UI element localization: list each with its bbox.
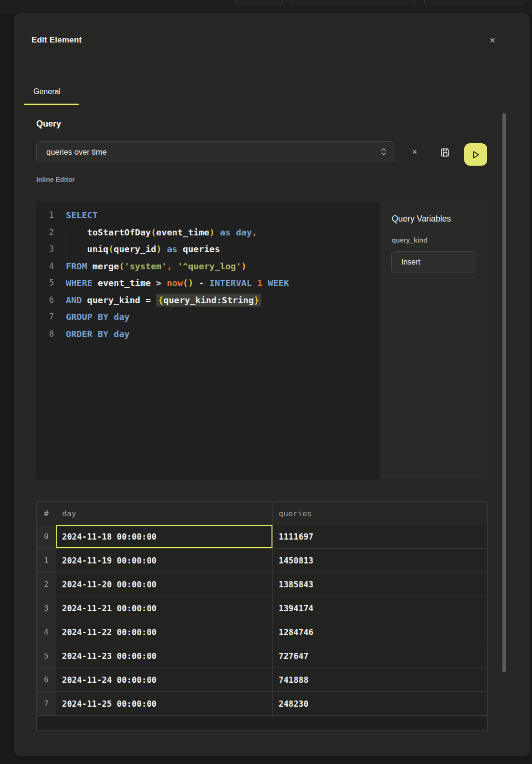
code-line[interactable]: 5WHERE event_time > now() - INTERVAL 1 W… (36, 275, 380, 292)
header-divider (14, 69, 530, 69)
code-line[interactable]: 3 uniq(query_id) as queries (36, 241, 380, 258)
table-row: 52024-11-23 00:00:00727647 (37, 644, 487, 668)
table-row: 32024-11-21 00:00:001394174 (37, 596, 487, 620)
play-icon (469, 149, 482, 161)
row-index-cell[interactable]: 6 (37, 668, 56, 691)
line-number: 8 (36, 326, 54, 343)
code-line[interactable]: 6AND query_kind = {query_kind:String} (36, 292, 380, 309)
results-table-footer (37, 715, 487, 730)
chevron-up-down-icon (380, 147, 387, 157)
column-header-queries[interactable]: queries (273, 502, 487, 525)
day-cell[interactable]: 2024-11-19 00:00:00 (56, 549, 273, 572)
day-cell[interactable]: 2024-11-22 00:00:00 (56, 620, 273, 644)
column-header-day[interactable]: day (56, 502, 273, 525)
row-index-cell[interactable]: 2 (37, 573, 56, 596)
line-number: 7 (36, 308, 54, 326)
row-index-cell[interactable]: 1 (37, 549, 56, 572)
queries-cell[interactable]: 248230 (273, 692, 487, 715)
clear-query-button[interactable]: × (408, 145, 421, 159)
variable-name-label: query_kind (392, 236, 488, 244)
day-cell[interactable]: 2024-11-20 00:00:00 (56, 573, 273, 596)
top-bar (0, 0, 532, 13)
run-query-button[interactable] (464, 143, 487, 166)
code-line[interactable]: 7GROUP BY day (36, 308, 380, 326)
code-lines[interactable]: 1SELECT2 toStartOfDay(event_time) as day… (36, 202, 380, 479)
table-row: 62024-11-24 00:00:00741888 (37, 668, 487, 691)
line-number: 1 (36, 207, 54, 224)
line-number: 2 (36, 224, 54, 241)
line-number: 5 (36, 275, 54, 292)
table-row: 12024-11-19 00:00:001450813 (37, 548, 487, 572)
insert-variable-button[interactable]: Insert (391, 251, 476, 273)
day-cell[interactable]: 2024-11-24 00:00:00 (56, 668, 273, 691)
code-line[interactable]: 4FROM merge('system', '^query_log') (36, 258, 380, 275)
queries-cell[interactable]: 741888 (273, 668, 487, 691)
query-variables-panel: Query Variables query_kind Insert (380, 202, 488, 479)
table-row: 42024-11-22 00:00:001284746 (37, 620, 487, 644)
table-row: 22024-11-20 00:00:001385843 (37, 572, 487, 596)
day-cell[interactable]: 2024-11-21 00:00:00 (56, 596, 273, 620)
day-cell[interactable]: 2024-11-25 00:00:00 (56, 692, 273, 715)
results-table: #dayqueries 02024-11-18 00:00:0011116971… (36, 501, 488, 731)
column-header-index[interactable]: # (37, 502, 56, 525)
row-index-cell[interactable]: 5 (37, 644, 56, 668)
query-select[interactable]: queries over time (36, 141, 394, 162)
sql-editor: 1SELECT2 toStartOfDay(event_time) as day… (36, 202, 488, 479)
queries-cell[interactable]: 1111697 (273, 525, 487, 548)
topbar-button-2[interactable] (291, 0, 416, 5)
save-floppy-icon (440, 147, 450, 158)
queries-cell[interactable]: 1450813 (273, 549, 487, 572)
code-line[interactable]: 8ORDER BY day (36, 326, 380, 343)
modal-title: Edit Element (31, 34, 82, 46)
row-index-cell[interactable]: 3 (37, 596, 56, 620)
active-tab-underline (24, 104, 79, 105)
query-select-value: queries over time (46, 148, 107, 157)
close-icon[interactable]: × (485, 33, 500, 47)
code-line[interactable]: 1SELECT (36, 207, 380, 224)
row-index-cell[interactable]: 7 (37, 692, 56, 715)
results-table-header: #dayqueries (37, 502, 487, 525)
table-row: 72024-11-25 00:00:00248230 (37, 691, 487, 715)
line-number: 6 (36, 292, 54, 309)
topbar-button-1[interactable] (236, 0, 283, 5)
inline-editor-label: Inline Editor (36, 176, 75, 183)
modal-scrollbar[interactable] (502, 113, 506, 672)
day-cell[interactable]: 2024-11-23 00:00:00 (56, 644, 273, 668)
queries-cell[interactable]: 727647 (273, 644, 487, 668)
day-cell[interactable]: 2024-11-18 00:00:00 (56, 525, 273, 548)
code-line[interactable]: 2 toStartOfDay(event_time) as day, (36, 224, 380, 241)
queries-cell[interactable]: 1394174 (273, 596, 487, 620)
line-number: 4 (36, 258, 54, 275)
row-index-cell[interactable]: 4 (37, 620, 56, 644)
query-heading: Query (36, 119, 61, 129)
results-table-body: 02024-11-18 00:00:00111169712024-11-19 0… (37, 525, 487, 715)
queries-cell[interactable]: 1385843 (273, 573, 487, 596)
row-index-cell[interactable]: 0 (37, 525, 56, 548)
table-row: 02024-11-18 00:00:001111697 (37, 525, 487, 548)
queries-cell[interactable]: 1284746 (273, 620, 487, 644)
save-button[interactable] (437, 144, 453, 160)
line-number: 3 (36, 241, 54, 258)
edit-element-modal: Edit Element × General Query queries ove… (14, 13, 530, 756)
tab-general[interactable]: General (33, 86, 61, 97)
topbar-button-3[interactable] (424, 0, 522, 5)
query-variables-title: Query Variables (392, 214, 488, 224)
